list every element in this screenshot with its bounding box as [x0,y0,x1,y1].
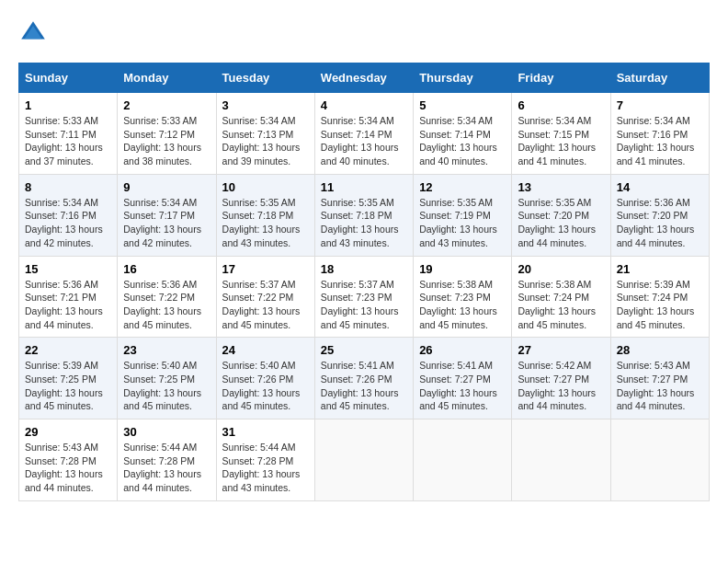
weekday-header-thursday: Thursday [414,63,512,93]
day-info: Sunrise: 5:38 AM Sunset: 7:24 PM Dayligh… [518,278,604,332]
calendar-cell: 9Sunrise: 5:34 AM Sunset: 7:17 PM Daylig… [118,174,216,256]
day-number: 23 [123,343,210,357]
calendar-cell: 5Sunrise: 5:34 AM Sunset: 7:14 PM Daylig… [414,93,512,175]
calendar-table: SundayMondayTuesdayWednesdayThursdayFrid… [18,63,710,501]
calendar-cell: 28Sunrise: 5:43 AM Sunset: 7:27 PM Dayli… [610,338,709,419]
week-row-2: 8Sunrise: 5:34 AM Sunset: 7:16 PM Daylig… [19,174,710,256]
day-info: Sunrise: 5:35 AM Sunset: 7:19 PM Dayligh… [419,196,506,250]
day-number: 4 [321,98,407,112]
day-info: Sunrise: 5:44 AM Sunset: 7:28 PM Dayligh… [123,441,210,495]
day-number: 18 [321,262,407,276]
day-info: Sunrise: 5:41 AM Sunset: 7:27 PM Dayligh… [419,359,506,413]
calendar-cell: 23Sunrise: 5:40 AM Sunset: 7:25 PM Dayli… [118,338,216,419]
calendar-cell: 27Sunrise: 5:42 AM Sunset: 7:27 PM Dayli… [512,338,610,419]
day-number: 12 [419,180,506,194]
day-number: 1 [25,98,111,112]
weekday-header-tuesday: Tuesday [216,63,314,93]
calendar-cell [610,419,709,501]
logo-icon [18,18,48,48]
calendar-cell: 4Sunrise: 5:34 AM Sunset: 7:14 PM Daylig… [314,93,413,175]
calendar-cell: 8Sunrise: 5:34 AM Sunset: 7:16 PM Daylig… [19,174,118,256]
day-info: Sunrise: 5:38 AM Sunset: 7:23 PM Dayligh… [419,278,506,332]
calendar-cell: 2Sunrise: 5:33 AM Sunset: 7:12 PM Daylig… [118,93,216,175]
day-info: Sunrise: 5:34 AM Sunset: 7:15 PM Dayligh… [518,114,604,168]
day-info: Sunrise: 5:43 AM Sunset: 7:28 PM Dayligh… [25,441,111,495]
day-number: 5 [419,98,506,112]
day-number: 6 [518,98,604,112]
calendar-cell: 20Sunrise: 5:38 AM Sunset: 7:24 PM Dayli… [512,256,610,338]
day-info: Sunrise: 5:41 AM Sunset: 7:26 PM Dayligh… [321,359,407,413]
calendar-cell: 12Sunrise: 5:35 AM Sunset: 7:19 PM Dayli… [414,174,512,256]
weekday-header-monday: Monday [118,63,216,93]
day-info: Sunrise: 5:34 AM Sunset: 7:13 PM Dayligh… [222,114,309,168]
day-info: Sunrise: 5:36 AM Sunset: 7:20 PM Dayligh… [617,196,703,250]
day-number: 21 [617,262,703,276]
day-info: Sunrise: 5:42 AM Sunset: 7:27 PM Dayligh… [518,359,604,413]
day-info: Sunrise: 5:33 AM Sunset: 7:11 PM Dayligh… [25,114,111,168]
calendar-cell: 19Sunrise: 5:38 AM Sunset: 7:23 PM Dayli… [414,256,512,338]
calendar-cell: 29Sunrise: 5:43 AM Sunset: 7:28 PM Dayli… [19,419,118,501]
calendar-cell: 7Sunrise: 5:34 AM Sunset: 7:16 PM Daylig… [610,93,709,175]
weekday-header-wednesday: Wednesday [314,63,413,93]
day-info: Sunrise: 5:33 AM Sunset: 7:12 PM Dayligh… [123,114,210,168]
calendar-cell: 31Sunrise: 5:44 AM Sunset: 7:28 PM Dayli… [216,419,314,501]
week-row-1: 1Sunrise: 5:33 AM Sunset: 7:11 PM Daylig… [19,93,710,175]
day-info: Sunrise: 5:43 AM Sunset: 7:27 PM Dayligh… [617,359,703,413]
weekday-header-sunday: Sunday [19,63,118,93]
calendar-cell: 15Sunrise: 5:36 AM Sunset: 7:21 PM Dayli… [19,256,118,338]
calendar-cell: 21Sunrise: 5:39 AM Sunset: 7:24 PM Dayli… [610,256,709,338]
calendar-cell: 3Sunrise: 5:34 AM Sunset: 7:13 PM Daylig… [216,93,314,175]
calendar-cell: 13Sunrise: 5:35 AM Sunset: 7:20 PM Dayli… [512,174,610,256]
calendar-cell [414,419,512,501]
day-info: Sunrise: 5:39 AM Sunset: 7:25 PM Dayligh… [25,359,111,413]
day-number: 15 [25,262,111,276]
day-number: 16 [123,262,210,276]
calendar-cell: 24Sunrise: 5:40 AM Sunset: 7:26 PM Dayli… [216,338,314,419]
day-number: 3 [222,98,309,112]
calendar-cell: 25Sunrise: 5:41 AM Sunset: 7:26 PM Dayli… [314,338,413,419]
day-number: 2 [123,98,210,112]
day-number: 27 [518,343,604,357]
day-info: Sunrise: 5:40 AM Sunset: 7:25 PM Dayligh… [123,359,210,413]
calendar-cell [512,419,610,501]
day-number: 13 [518,180,604,194]
day-info: Sunrise: 5:37 AM Sunset: 7:22 PM Dayligh… [222,278,309,332]
day-number: 19 [419,262,506,276]
day-number: 31 [222,425,309,439]
day-info: Sunrise: 5:39 AM Sunset: 7:24 PM Dayligh… [617,278,703,332]
day-number: 25 [321,343,407,357]
day-number: 8 [25,180,111,194]
day-info: Sunrise: 5:36 AM Sunset: 7:21 PM Dayligh… [25,278,111,332]
calendar-cell: 30Sunrise: 5:44 AM Sunset: 7:28 PM Dayli… [118,419,216,501]
day-info: Sunrise: 5:35 AM Sunset: 7:20 PM Dayligh… [518,196,604,250]
calendar-cell: 10Sunrise: 5:35 AM Sunset: 7:18 PM Dayli… [216,174,314,256]
day-number: 29 [25,425,111,439]
day-info: Sunrise: 5:35 AM Sunset: 7:18 PM Dayligh… [321,196,407,250]
day-number: 17 [222,262,309,276]
day-number: 7 [617,98,703,112]
day-number: 24 [222,343,309,357]
page-header [18,18,710,48]
day-info: Sunrise: 5:44 AM Sunset: 7:28 PM Dayligh… [222,441,309,495]
week-row-3: 15Sunrise: 5:36 AM Sunset: 7:21 PM Dayli… [19,256,710,338]
week-row-5: 29Sunrise: 5:43 AM Sunset: 7:28 PM Dayli… [19,419,710,501]
day-number: 14 [617,180,703,194]
calendar-cell [314,419,413,501]
day-info: Sunrise: 5:34 AM Sunset: 7:14 PM Dayligh… [419,114,506,168]
calendar-cell: 18Sunrise: 5:37 AM Sunset: 7:23 PM Dayli… [314,256,413,338]
day-info: Sunrise: 5:34 AM Sunset: 7:16 PM Dayligh… [25,196,111,250]
day-info: Sunrise: 5:34 AM Sunset: 7:17 PM Dayligh… [123,196,210,250]
calendar-cell: 17Sunrise: 5:37 AM Sunset: 7:22 PM Dayli… [216,256,314,338]
weekday-header-row: SundayMondayTuesdayWednesdayThursdayFrid… [19,63,710,93]
week-row-4: 22Sunrise: 5:39 AM Sunset: 7:25 PM Dayli… [19,338,710,419]
day-info: Sunrise: 5:40 AM Sunset: 7:26 PM Dayligh… [222,359,309,413]
calendar-cell: 16Sunrise: 5:36 AM Sunset: 7:22 PM Dayli… [118,256,216,338]
day-number: 26 [419,343,506,357]
weekday-header-friday: Friday [512,63,610,93]
day-info: Sunrise: 5:34 AM Sunset: 7:16 PM Dayligh… [617,114,703,168]
calendar-cell: 11Sunrise: 5:35 AM Sunset: 7:18 PM Dayli… [314,174,413,256]
day-info: Sunrise: 5:35 AM Sunset: 7:18 PM Dayligh… [222,196,309,250]
day-number: 10 [222,180,309,194]
day-info: Sunrise: 5:36 AM Sunset: 7:22 PM Dayligh… [123,278,210,332]
day-number: 30 [123,425,210,439]
